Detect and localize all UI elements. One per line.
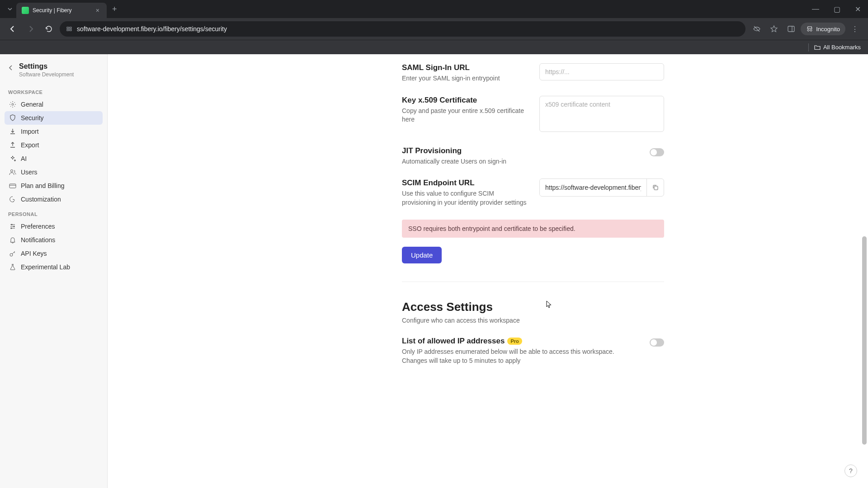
sidebar-back-icon[interactable] — [7, 64, 14, 71]
incognito-badge[interactable]: Incognito — [801, 23, 845, 35]
cert-label: Key x.509 Certificate — [402, 96, 528, 105]
browser-tab[interactable]: Security | Fibery × — [16, 3, 107, 18]
all-bookmarks-button[interactable]: All Bookmarks — [814, 44, 861, 51]
sidebar-subtitle: Software Development — [19, 71, 74, 78]
jit-toggle[interactable] — [650, 148, 664, 156]
ip-allowlist-desc: Only IP addresses enumerated below will … — [402, 347, 639, 365]
menu-icon[interactable]: ⋮ — [847, 21, 863, 37]
minimize-icon[interactable]: — — [808, 3, 823, 15]
incognito-label: Incognito — [816, 26, 840, 33]
main-content: SAML Sign-In URL Enter your SAML sign-in… — [108, 54, 868, 488]
svg-rect-4 — [788, 26, 794, 32]
copy-scim-button[interactable] — [646, 179, 664, 196]
svg-point-8 — [12, 103, 14, 105]
sliders-icon — [9, 223, 16, 230]
svg-rect-1 — [70, 27, 71, 28]
sparkle-icon — [9, 155, 16, 162]
browser-toolbar: software-development.fibery.io/fibery/se… — [0, 18, 868, 40]
shield-icon — [9, 114, 16, 122]
tab-dropdown-icon[interactable] — [4, 3, 16, 15]
panel-icon[interactable] — [783, 21, 799, 37]
sidebar-item-label: API Keys — [21, 250, 47, 257]
window-controls: — ▢ ✕ — [808, 3, 864, 15]
saml-url-input[interactable] — [539, 63, 664, 80]
access-settings-title: Access Settings — [402, 300, 664, 314]
svg-rect-2 — [67, 29, 69, 31]
cert-textarea[interactable] — [539, 96, 664, 132]
svg-rect-3 — [70, 29, 71, 31]
svg-point-13 — [14, 226, 15, 227]
access-settings-subtitle: Configure who can access this workspace — [402, 317, 664, 324]
bookmark-star-icon[interactable] — [766, 21, 782, 37]
sidebar-title: Settings — [19, 62, 74, 70]
ip-allowlist-title: List of allowed IP addresses Pro — [402, 337, 639, 346]
section-heading-personal: PERSONAL — [5, 206, 103, 220]
copy-icon — [652, 184, 659, 191]
scim-url-field[interactable] — [540, 179, 646, 196]
sidebar-item-experimental-lab[interactable]: Experimental Lab — [5, 260, 103, 274]
sidebar-item-plan-billing[interactable]: Plan and Billing — [5, 179, 103, 192]
folder-icon — [814, 44, 821, 51]
gear-icon — [9, 101, 16, 108]
svg-rect-16 — [654, 186, 658, 190]
tab-close-icon[interactable]: × — [94, 7, 101, 14]
tab-favicon-icon — [22, 7, 29, 14]
sidebar-item-api-keys[interactable]: API Keys — [5, 247, 103, 260]
svg-rect-0 — [67, 27, 69, 28]
palette-icon — [9, 196, 16, 203]
reload-button[interactable] — [42, 22, 56, 36]
sidebar-item-users[interactable]: Users — [5, 165, 103, 179]
close-window-icon[interactable]: ✕ — [851, 3, 864, 15]
jit-desc: Automatically create Users on sign-in — [402, 157, 528, 166]
site-settings-icon[interactable] — [66, 26, 72, 32]
svg-point-9 — [11, 170, 13, 172]
scim-label: SCIM Endpoint URL — [402, 178, 528, 188]
help-button[interactable]: ? — [844, 465, 857, 477]
jit-label: JIT Provisioning — [402, 146, 528, 155]
sidebar-item-security[interactable]: Security — [5, 111, 103, 125]
import-icon — [9, 128, 16, 135]
scrollbar[interactable] — [862, 54, 867, 488]
saml-url-desc: Enter your SAML sign-in entrypoint — [402, 74, 528, 83]
cert-desc: Copy and paste your entire x.509 certifi… — [402, 107, 528, 124]
incognito-icon — [806, 25, 813, 33]
sidebar-item-general[interactable]: General — [5, 98, 103, 111]
sidebar-item-export[interactable]: Export — [5, 138, 103, 152]
url-bar[interactable]: software-development.fibery.io/fibery/se… — [60, 21, 745, 37]
sidebar-item-label: Import — [21, 128, 39, 135]
sidebar-item-preferences[interactable]: Preferences — [5, 220, 103, 233]
sidebar-item-label: Customization — [21, 196, 61, 203]
eye-off-icon[interactable] — [749, 21, 764, 37]
export-icon — [9, 141, 16, 149]
forward-button[interactable] — [24, 22, 38, 36]
svg-point-14 — [11, 228, 12, 229]
settings-sidebar: Settings Software Development WORKSPACE … — [0, 54, 108, 488]
sidebar-item-label: Security — [21, 114, 44, 122]
pro-badge: Pro — [507, 338, 522, 345]
sidebar-item-import[interactable]: Import — [5, 125, 103, 138]
ip-allowlist-toggle[interactable] — [650, 338, 664, 347]
tab-title: Security | Fibery — [33, 7, 71, 14]
sidebar-item-notifications[interactable]: Notifications — [5, 233, 103, 247]
url-text: software-development.fibery.io/fibery/se… — [77, 25, 227, 33]
sidebar-item-customization[interactable]: Customization — [5, 192, 103, 206]
section-heading-workspace: WORKSPACE — [5, 84, 103, 98]
sidebar-item-label: Preferences — [21, 223, 55, 230]
saml-url-label: SAML Sign-In URL — [402, 63, 528, 72]
update-button[interactable]: Update — [402, 247, 442, 263]
back-button[interactable] — [5, 22, 20, 36]
sidebar-item-label: AI — [21, 155, 27, 162]
card-icon — [9, 182, 16, 189]
sso-error-banner: SSO requires both entrypoint and certifi… — [402, 220, 664, 238]
flask-icon — [9, 263, 16, 271]
maximize-icon[interactable]: ▢ — [830, 3, 844, 15]
svg-point-12 — [11, 224, 13, 225]
key-icon — [9, 250, 16, 257]
sidebar-item-ai[interactable]: AI — [5, 152, 103, 165]
new-tab-button[interactable]: + — [112, 5, 117, 14]
svg-point-6 — [807, 29, 809, 31]
scrollbar-thumb[interactable] — [862, 236, 867, 445]
sidebar-item-label: Users — [21, 169, 38, 176]
sidebar-item-label: Export — [21, 141, 39, 149]
section-divider — [402, 282, 664, 282]
